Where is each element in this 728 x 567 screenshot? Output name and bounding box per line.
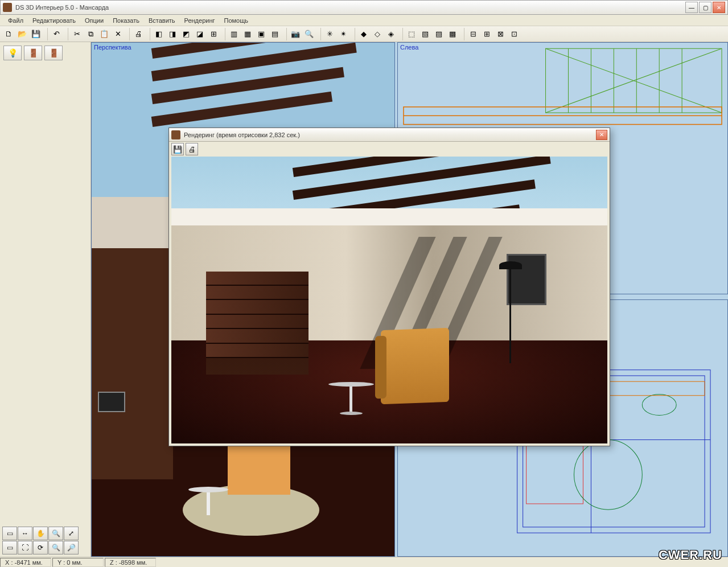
render-toolbar: 💾 🖨 [169,142,610,157]
maximize-button[interactable]: ▢ [699,2,711,13]
window-title: DS 3D Интерьер 5.0 - Мансарда [15,4,685,11]
menu-edit[interactable]: Редактировать [28,16,80,25]
delete-icon[interactable]: ✕ [112,28,124,40]
grid3-icon[interactable]: ⊠ [494,28,507,40]
mat3-icon[interactable]: ◈ [385,28,397,40]
render-dialog: Рендеринг (время отрисовки 2,832 сек.) ✕… [168,128,610,446]
tool-a-icon[interactable]: ◧ [153,28,165,40]
layout2-icon[interactable]: ▦ [241,28,254,40]
svg-point-17 [574,439,642,510]
menu-render[interactable]: Рендеринг [180,16,220,25]
mat5-icon[interactable]: ▧ [419,28,431,40]
render-image [171,157,607,443]
status-y: Y : 0 мм. [52,558,104,567]
render-close-button[interactable]: ✕ [596,130,607,140]
app-icon [3,3,12,12]
statusbar: X : -8471 мм. Y : 0 мм. Z : -8598 мм. [0,557,728,567]
door-left-icon[interactable]: 🚪 [24,46,42,60]
left-label: Слева [400,44,418,51]
menu-file[interactable]: Файл [3,16,28,25]
render-dialog-title: Рендеринг (время отрисовки 2,832 сек.) [184,132,596,138]
copy-icon[interactable]: ⧉ [84,28,97,40]
tool-b-icon[interactable]: ◨ [166,28,179,40]
svg-rect-19 [597,381,705,396]
render1-icon[interactable]: ✳ [323,28,336,40]
status-z: Z : -8598 мм. [105,558,156,567]
zoom-extents-icon[interactable]: ⤢ [64,527,79,540]
door-right-icon[interactable]: 🚪 [44,46,63,60]
svg-rect-16 [527,446,583,504]
tool-c-icon[interactable]: ◩ [180,28,192,40]
pan-icon[interactable]: ↔ [18,527,32,540]
titlebar: DS 3D Интерьер 5.0 - Мансарда — ▢ ✕ [0,0,728,15]
mat4-icon[interactable]: ⬚ [405,28,418,40]
grid2-icon[interactable]: ⊞ [480,28,493,40]
new-icon[interactable]: 🗋 [2,28,15,40]
grid4-icon[interactable]: ⊡ [508,28,520,40]
render-dialog-titlebar[interactable]: Рендеринг (время отрисовки 2,832 сек.) ✕ [169,128,610,142]
mat6-icon[interactable]: ▨ [433,28,445,40]
menu-insert[interactable]: Вставить [144,16,180,25]
mat2-icon[interactable]: ◇ [371,28,384,40]
layout1-icon[interactable]: ▥ [228,28,240,40]
paste-icon[interactable]: 📋 [98,28,110,40]
open-icon[interactable]: 📂 [16,28,28,40]
menu-options[interactable]: Опции [80,16,108,25]
layout3-icon[interactable]: ▣ [255,28,268,40]
layout4-icon[interactable]: ▤ [269,28,281,40]
nav-tools: ▭ ↔ ✋ 🔍 ⤢ ▭ ⛶ ⟳ 🔍 🔎 [2,527,79,554]
render-icon [171,130,180,139]
select-icon[interactable]: ▭ [2,527,17,540]
zoom-icon[interactable]: 🔍 [48,527,63,540]
svg-point-18 [642,395,676,416]
menu-help[interactable]: Помощь [220,16,253,25]
print-icon[interactable]: 🖨 [132,28,145,40]
search-icon[interactable]: 🔍 [303,28,315,40]
rect-icon[interactable]: ▭ [2,541,17,554]
mat1-icon[interactable]: ◆ [357,28,370,40]
save-icon[interactable]: 💾 [30,28,42,40]
light-tool-icon[interactable]: 💡 [3,46,22,60]
zoom-out-icon[interactable]: 🔎 [64,541,79,554]
render-print-icon[interactable]: 🖨 [186,143,198,155]
close-button[interactable]: ✕ [713,2,725,13]
render-save-icon[interactable]: 💾 [171,143,184,155]
grid1-icon[interactable]: ⊟ [467,28,479,40]
menubar: Файл Редактировать Опции Показать Встави… [0,15,728,26]
cut-icon[interactable]: ✂ [71,28,83,40]
sidebar: 💡 🚪 🚪 [0,42,91,557]
status-x: X : -8471 мм. [0,558,51,567]
main-toolbar: 🗋 📂 💾 ↶ ✂ ⧉ 📋 ✕ 🖨 ◧ ◨ ◩ ◪ ⊞ ▥ ▦ ▣ ▤ 📷 🔍 … [0,26,728,42]
zoom-in-icon[interactable]: 🔍 [48,541,63,554]
tool-e-icon[interactable]: ⊞ [207,28,220,40]
perspective-label: Перспектива [94,44,131,51]
tool-d-icon[interactable]: ◪ [194,28,206,40]
fit-icon[interactable]: ⛶ [18,541,32,554]
mat7-icon[interactable]: ▩ [446,28,459,40]
rotate-icon[interactable]: ⟳ [33,541,48,554]
hand-icon[interactable]: ✋ [33,527,48,540]
watermark: CWER.RU [659,548,722,562]
menu-view[interactable]: Показать [108,16,144,25]
camera-icon[interactable]: 📷 [289,28,302,40]
undo-icon[interactable]: ↶ [50,28,63,40]
minimize-button[interactable]: — [685,2,698,13]
render2-icon[interactable]: ✴ [337,28,349,40]
